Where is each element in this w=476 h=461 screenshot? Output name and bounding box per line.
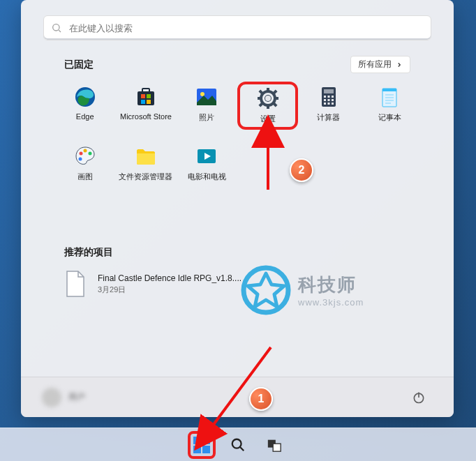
avatar-icon [42,388,61,407]
photos-icon [195,86,218,108]
gear-icon [257,87,279,109]
folder-icon [135,145,157,167]
svg-rect-25 [327,96,329,98]
pinned-grid: Edge Microsoft Store 照片 设置 [38,82,437,186]
annotation-step-1: 1 [249,387,273,411]
store-icon [135,86,157,108]
video-icon [195,145,218,167]
svg-point-39 [79,152,82,156]
app-label: 计算器 [317,112,340,123]
app-label: 文件资源管理器 [119,172,172,182]
app-movies[interactable]: 电影和电视 [177,141,237,186]
taskview-icon [267,437,282,453]
palette-icon [74,145,96,167]
recommended-title: 推荐的项目 [64,246,410,259]
app-notepad[interactable]: 记事本 [359,82,420,130]
svg-point-21 [265,96,271,101]
start-menu: 已固定 所有应用 Edge Microsoft Store 照片 [21,0,454,417]
svg-point-41 [88,152,91,156]
taskbar-search-button[interactable] [224,431,252,459]
svg-point-42 [78,158,82,161]
annotation-step-2: 2 [290,158,313,182]
svg-rect-55 [273,444,281,451]
svg-line-1 [59,30,61,32]
app-store[interactable]: Microsoft Store [115,82,176,130]
svg-rect-31 [327,103,329,105]
svg-rect-7 [141,100,145,104]
svg-rect-28 [327,99,329,101]
user-name: 用户 [68,391,85,403]
search-input[interactable] [69,23,424,33]
taskbar-taskview-button[interactable] [260,431,288,459]
svg-point-0 [53,24,59,31]
app-label: 画图 [77,172,93,182]
svg-rect-6 [147,94,151,98]
svg-rect-4 [142,89,149,93]
app-label: Microsoft Store [120,112,172,121]
recommended-item[interactable]: Final Castle Defence Idle RPG_v1.8.... 3… [64,270,410,298]
search-icon [230,437,246,453]
app-calculator[interactable]: 计算器 [298,82,359,130]
app-label: Edge [76,112,94,121]
app-label: 记事本 [378,112,401,123]
pinned-header: 已固定 所有应用 [38,56,437,73]
recommended-text: Final Castle Defence Idle RPG_v1.8.... 3… [98,273,241,295]
search-icon [51,22,62,33]
start-footer: 用户 [21,377,454,417]
file-icon [64,270,87,298]
svg-rect-48 [193,437,201,444]
svg-rect-26 [332,96,334,98]
svg-rect-49 [202,437,210,444]
app-label: 设置 [260,114,276,124]
svg-point-52 [232,439,241,448]
notepad-icon [378,86,401,108]
recommended-date: 3月29日 [98,285,241,295]
app-label: 电影和电视 [188,172,226,182]
app-edge[interactable]: Edge [54,82,115,130]
edge-icon [74,86,96,108]
svg-rect-29 [332,99,334,101]
app-settings[interactable]: 设置 [237,82,298,130]
svg-rect-34 [382,89,396,91]
svg-rect-30 [324,103,326,105]
svg-rect-8 [147,100,151,104]
pinned-title: 已固定 [64,59,94,71]
app-explorer[interactable]: 文件资源管理器 [115,141,176,186]
calculator-icon [318,86,340,108]
svg-rect-23 [324,89,334,93]
svg-rect-51 [202,446,210,453]
taskbar [0,428,476,461]
search-box[interactable] [43,15,431,40]
chevron-right-icon [396,61,403,68]
app-label: 照片 [199,112,214,123]
app-photos[interactable]: 照片 [177,82,237,130]
windows-icon [193,436,211,454]
svg-line-53 [240,446,244,451]
power-button[interactable] [412,391,426,405]
svg-rect-27 [324,99,326,101]
recommended-section: 推荐的项目 Final Castle Defence Idle RPG_v1.8… [38,246,437,298]
all-apps-button[interactable]: 所有应用 [350,56,410,73]
svg-rect-32 [332,103,334,105]
app-paint[interactable]: 画图 [54,141,115,186]
user-account[interactable]: 用户 [42,388,85,407]
svg-rect-5 [141,94,145,98]
taskbar-start-button[interactable] [188,431,216,459]
svg-point-40 [83,149,87,153]
recommended-name: Final Castle Defence Idle RPG_v1.8.... [98,273,241,283]
all-apps-label: 所有应用 [358,59,392,70]
svg-rect-50 [193,446,201,453]
svg-rect-24 [324,96,326,98]
